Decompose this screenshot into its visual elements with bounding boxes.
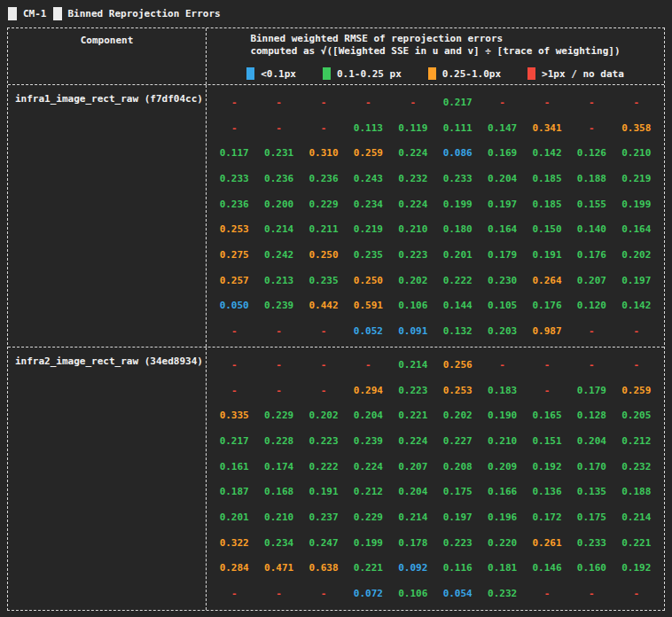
rmse-cell: 0.253 — [212, 216, 256, 242]
rmse-cell: 0.207 — [391, 454, 435, 480]
rmse-cell: 0.204 — [346, 402, 390, 428]
rmse-cell-nodata: - — [614, 581, 659, 606]
rmse-cell: 0.140 — [569, 216, 613, 242]
rmse-cell: 0.187 — [212, 479, 256, 504]
rmse-cell: 0.242 — [256, 242, 301, 268]
rmse-cell: 0.294 — [346, 378, 390, 403]
rmse-cell: 0.256 — [435, 352, 480, 378]
rmse-cell-nodata: - — [525, 581, 569, 606]
rmse-cell: 0.188 — [569, 166, 613, 191]
rmse-cell-nodata: - — [256, 378, 301, 403]
rmse-cell: 0.052 — [346, 318, 390, 344]
rmse-cell: 0.275 — [212, 242, 256, 268]
rmse-cell: 0.219 — [346, 216, 390, 242]
rmse-cell-nodata: - — [301, 318, 346, 344]
legend-label: 0.1-0.25 px — [337, 68, 402, 80]
rmse-cell: 0.174 — [256, 454, 301, 480]
rmse-cell: 0.239 — [346, 428, 390, 454]
rmse-cell: 0.204 — [569, 428, 613, 454]
rmse-cell-nodata: - — [614, 90, 659, 115]
rmse-cell-nodata: - — [525, 352, 569, 378]
rmse-cell-nodata: - — [480, 352, 524, 378]
rmse-cell: 0.191 — [525, 242, 569, 268]
rmse-cell: 0.176 — [525, 293, 569, 319]
rmse-cell-nodata: - — [301, 90, 346, 115]
rmse-cell: 0.233 — [212, 166, 256, 191]
rmse-cell: 0.235 — [301, 268, 346, 293]
report-table: Component Binned weighted RMSE of reproj… — [7, 27, 665, 611]
rmse-cell: 0.638 — [301, 556, 346, 582]
rmse-cell: 0.199 — [435, 191, 480, 217]
rmse-cell: 0.223 — [391, 378, 435, 403]
rmse-cell: 0.257 — [212, 268, 256, 293]
rmse-cell-nodata: - — [569, 318, 613, 344]
rmse-cell: 0.236 — [256, 166, 301, 191]
rmse-cell: 0.165 — [525, 402, 569, 428]
rmse-cell: 0.341 — [525, 115, 569, 141]
rmse-description: Binned weighted RMSE of reprojection err… — [250, 33, 620, 58]
rmse-cell: 0.106 — [391, 581, 435, 606]
rmse-cell: 0.214 — [614, 504, 659, 530]
rmse-cell-nodata: - — [346, 352, 390, 378]
rmse-cell: 0.217 — [435, 90, 480, 115]
rmse-cell-nodata: - — [569, 581, 613, 606]
rmse-cell-nodata: - — [346, 90, 390, 115]
rmse-cell-nodata: - — [256, 318, 301, 344]
legend-item: >1px / no data — [527, 67, 624, 80]
rmse-cell-nodata: - — [301, 115, 346, 141]
rmse-cell: 0.322 — [212, 530, 256, 556]
rmse-cell: 0.232 — [391, 166, 435, 191]
rmse-cell: 0.200 — [256, 191, 301, 217]
rmse-cell: 0.210 — [614, 140, 659, 166]
rmse-cell: 0.237 — [301, 504, 346, 530]
rmse-cell-nodata: - — [256, 581, 301, 606]
rmse-cell: 0.213 — [256, 268, 301, 293]
rmse-cell: 0.136 — [525, 479, 569, 504]
rmse-cell: 0.105 — [480, 293, 524, 319]
rmse-cell: 0.176 — [569, 242, 613, 268]
rmse-cell: 0.205 — [614, 402, 659, 428]
legend-swatch-icon — [323, 67, 331, 80]
legend-swatch-icon — [527, 67, 535, 80]
rmse-desc-line1: Binned weighted RMSE of reprojection err… — [250, 33, 620, 45]
rmse-grid: ----0.2140.256-------0.2940.2230.2530.18… — [207, 348, 664, 610]
rmse-cell-nodata: - — [212, 115, 256, 141]
rmse-cell-nodata: - — [614, 352, 659, 378]
rmse-cell: 0.197 — [435, 504, 480, 530]
rmse-cell-nodata: - — [569, 115, 613, 141]
rmse-cell-nodata: - — [256, 115, 301, 141]
rmse-cell: 0.250 — [346, 268, 390, 293]
rmse-cell-nodata: - — [614, 318, 659, 344]
rmse-cell: 0.264 — [525, 268, 569, 293]
rmse-cell: 0.161 — [212, 454, 256, 480]
rmse-cell: 0.204 — [391, 479, 435, 504]
rmse-cell: 0.236 — [212, 191, 256, 217]
rmse-cell: 0.230 — [480, 268, 524, 293]
legend-label: <0.1px — [261, 68, 296, 80]
rmse-cell: 0.232 — [614, 454, 659, 480]
component-row: infra1_image_rect_raw (f7df04cc) -----0.… — [8, 85, 664, 348]
rmse-cell: 0.224 — [391, 140, 435, 166]
rmse-cell-nodata: - — [301, 378, 346, 403]
rmse-cell: 0.224 — [391, 428, 435, 454]
rmse-cell: 0.223 — [391, 242, 435, 268]
rmse-cell: 0.214 — [256, 216, 301, 242]
rmse-cell: 0.210 — [391, 216, 435, 242]
rmse-cell: 0.179 — [480, 242, 524, 268]
rmse-cell-nodata: - — [525, 378, 569, 403]
rmse-cell: 0.147 — [480, 115, 524, 141]
rmse-cell: 0.175 — [435, 479, 480, 504]
rmse-cell: 0.050 — [212, 293, 256, 319]
rmse-cell: 0.591 — [346, 293, 390, 319]
rmse-cell: 0.150 — [525, 216, 569, 242]
rmse-cell-nodata: - — [256, 90, 301, 115]
rmse-cell: 0.233 — [569, 530, 613, 556]
rmse-cell: 0.120 — [569, 293, 613, 319]
rmse-cell: 0.233 — [435, 166, 480, 191]
rmse-cell: 0.223 — [301, 428, 346, 454]
page-title: Binned Reprojection Errors — [68, 8, 221, 20]
rmse-grid: -----0.217-------0.1130.1190.1110.1470.3… — [207, 85, 664, 347]
rmse-cell: 0.192 — [614, 556, 659, 582]
title-bar: CM-1 Binned Reprojection Errors — [7, 4, 665, 22]
rmse-cell-nodata: - — [569, 90, 613, 115]
